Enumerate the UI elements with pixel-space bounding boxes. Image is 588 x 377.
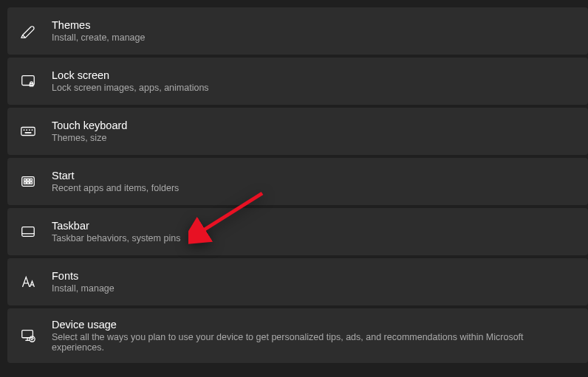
settings-list: Themes Install, create, manage Lock scre… — [7, 7, 588, 363]
svg-rect-9 — [24, 179, 27, 181]
settings-item-touch-keyboard[interactable]: Touch keyboard Themes, size — [7, 108, 588, 155]
settings-item-text: Taskbar Taskbar behaviors, system pins — [52, 220, 180, 243]
taskbar-icon — [19, 223, 37, 241]
settings-item-start[interactable]: Start Recent apps and items, folders — [7, 158, 588, 205]
keyboard-icon — [19, 122, 37, 140]
settings-item-title: Taskbar — [52, 220, 180, 232]
settings-item-taskbar[interactable]: Taskbar Taskbar behaviors, system pins — [7, 208, 588, 255]
settings-item-text: Touch keyboard Themes, size — [52, 120, 127, 143]
start-menu-icon — [19, 173, 37, 190]
settings-item-subtitle: Taskbar behaviors, system pins — [52, 233, 180, 243]
svg-rect-12 — [24, 181, 27, 184]
settings-item-device-usage[interactable]: Device usage Select all the ways you pla… — [7, 308, 588, 363]
svg-rect-11 — [30, 179, 33, 181]
fonts-icon — [19, 273, 37, 291]
settings-item-subtitle: Themes, size — [52, 133, 127, 143]
settings-item-subtitle: Install, create, manage — [52, 32, 145, 43]
settings-item-themes[interactable]: Themes Install, create, manage — [7, 7, 588, 55]
svg-rect-10 — [27, 179, 30, 181]
settings-item-title: Themes — [52, 19, 145, 31]
settings-item-text: Fonts Install, manage — [52, 270, 114, 294]
settings-item-text: Lock screen Lock screen images, apps, an… — [52, 69, 209, 93]
settings-item-subtitle: Lock screen images, apps, animations — [52, 83, 209, 93]
settings-item-subtitle: Select all the ways you plan to use your… — [52, 332, 576, 353]
settings-item-title: Touch keyboard — [52, 120, 127, 131]
settings-item-text: Start Recent apps and items, folders — [52, 170, 179, 193]
settings-item-text: Themes Install, create, manage — [52, 19, 145, 43]
svg-rect-2 — [21, 128, 35, 136]
settings-item-title: Fonts — [52, 270, 114, 282]
settings-item-subtitle: Install, manage — [52, 283, 114, 294]
settings-item-text: Device usage Select all the ways you pla… — [52, 319, 576, 353]
settings-item-title: Lock screen — [52, 69, 209, 81]
svg-rect-14 — [30, 181, 33, 184]
settings-item-title: Start — [52, 170, 179, 181]
device-usage-icon — [19, 327, 37, 345]
settings-item-subtitle: Recent apps and items, folders — [52, 183, 179, 193]
paintbrush-icon — [19, 22, 37, 40]
svg-rect-13 — [27, 181, 30, 184]
settings-item-title: Device usage — [52, 319, 576, 331]
settings-item-fonts[interactable]: Fonts Install, manage — [7, 258, 588, 305]
svg-rect-15 — [22, 227, 35, 237]
lock-screen-icon — [19, 72, 37, 90]
settings-item-lock-screen[interactable]: Lock screen Lock screen images, apps, an… — [7, 58, 588, 105]
